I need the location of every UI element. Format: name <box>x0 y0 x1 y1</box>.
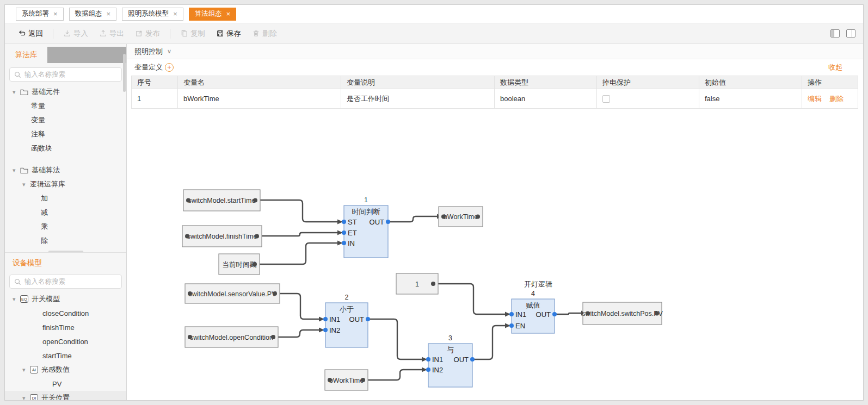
wire[interactable] <box>255 243 338 264</box>
io-port-dot[interactable] <box>255 234 259 239</box>
wire[interactable] <box>472 326 506 359</box>
io-port-dot[interactable] <box>328 378 332 382</box>
output-port-dot[interactable] <box>386 220 390 224</box>
tree-item[interactable]: closeCondition <box>5 306 126 320</box>
io-port-dot[interactable] <box>441 215 446 219</box>
function-block[interactable]: 3与IN1IN2OUT <box>426 334 475 387</box>
input-port-dot[interactable] <box>342 241 346 245</box>
tree-item[interactable]: 函数块 <box>5 141 126 155</box>
io-box[interactable]: bWorkTime <box>439 207 483 227</box>
tree-item[interactable]: 除 <box>5 234 126 248</box>
tab-照明系统模型[interactable]: 照明系统模型× <box>122 8 183 21</box>
io-port-dot[interactable] <box>655 311 659 316</box>
io-port-dot[interactable] <box>185 234 189 239</box>
tree-item[interactable]: 变量 <box>5 113 126 127</box>
caret-down-icon[interactable]: ▾ <box>22 181 30 188</box>
tree-item[interactable]: startTime <box>5 348 126 363</box>
toggle-right-panel-icon[interactable] <box>846 29 855 38</box>
persist-checkbox[interactable] <box>602 95 610 103</box>
device-search-input[interactable] <box>24 278 117 285</box>
tree-item[interactable]: ▾基础算法 <box>5 163 126 177</box>
wire[interactable] <box>255 200 338 222</box>
tree-item[interactable]: ▾基础元件 <box>5 85 126 99</box>
io-box[interactable]: bWorkTime <box>325 370 368 390</box>
io-port-dot[interactable] <box>271 335 275 339</box>
library-search-input[interactable] <box>24 71 117 78</box>
caret-down-icon[interactable]: ▾ <box>22 366 30 373</box>
input-port-dot[interactable] <box>426 357 430 362</box>
io-port-dot[interactable] <box>586 311 590 316</box>
close-icon[interactable]: × <box>53 10 58 17</box>
io-box[interactable]: switchModel.switchPos.PV <box>582 302 663 325</box>
output-port-dot[interactable] <box>470 357 475 362</box>
function-block[interactable]: 1时间判断STETINOUT <box>342 196 390 258</box>
function-block[interactable]: 4赋值IN1ENOUT <box>509 290 557 333</box>
io-box[interactable]: switchModel.openCondition <box>185 327 278 347</box>
add-variable-button[interactable]: + <box>165 63 174 72</box>
input-port-dot[interactable] <box>323 317 328 321</box>
tab-系统部署[interactable]: 系统部署× <box>16 8 64 21</box>
save-button[interactable]: 保存 <box>216 29 241 39</box>
model-selector[interactable]: 照明控制 <box>134 47 163 57</box>
wire[interactable] <box>257 233 338 236</box>
tree-item[interactable]: 减 <box>5 205 126 220</box>
edit-link[interactable]: 编辑 <box>808 95 822 103</box>
io-port-dot[interactable] <box>253 198 257 203</box>
tree-item[interactable]: finishTime <box>5 320 126 334</box>
io-port-dot[interactable] <box>476 215 480 219</box>
close-icon[interactable]: × <box>226 10 231 17</box>
tree-item[interactable]: ▾AI光感数值 <box>5 363 126 377</box>
wire[interactable] <box>433 284 506 314</box>
horizontal-scrollbar[interactable] <box>48 251 83 252</box>
input-port-dot[interactable] <box>323 328 328 332</box>
caret-down-icon[interactable]: ▾ <box>13 296 20 303</box>
output-port-dot[interactable] <box>366 317 370 321</box>
io-port-dot[interactable] <box>253 262 257 266</box>
wire[interactable] <box>555 313 582 314</box>
delete-button[interactable]: 删除 <box>252 29 277 39</box>
io-port-dot[interactable] <box>273 291 277 296</box>
back-button[interactable]: 返回 <box>18 29 43 39</box>
input-port-dot[interactable] <box>342 230 346 235</box>
tree-item[interactable]: PV <box>5 377 126 391</box>
tab-数据组态[interactable]: 数据组态× <box>69 8 117 21</box>
tree-item[interactable]: ▾逻辑运算库 <box>5 177 126 191</box>
input-port-dot[interactable] <box>342 220 346 224</box>
wire[interactable] <box>273 330 320 337</box>
collapse-link[interactable]: 收起 <box>828 63 842 72</box>
wire[interactable] <box>275 294 320 319</box>
function-block[interactable]: 2小于IN1IN2OUT <box>323 294 370 347</box>
caret-down-icon[interactable]: ▾ <box>13 89 20 96</box>
input-port-dot[interactable] <box>426 367 430 372</box>
wire[interactable] <box>388 216 438 222</box>
input-port-dot[interactable] <box>509 312 514 316</box>
vertical-scrollbar[interactable] <box>123 54 126 92</box>
io-box[interactable]: 1 <box>396 273 438 294</box>
wire[interactable] <box>363 370 423 380</box>
io-port-dot[interactable] <box>431 282 435 286</box>
tab-算法组态[interactable]: 算法组态× <box>189 8 237 21</box>
tree-item[interactable]: 注释 <box>5 127 126 141</box>
tree-item[interactable]: ▾DI开关位置 <box>5 391 126 400</box>
io-port-dot[interactable] <box>188 335 192 339</box>
caret-down-icon[interactable]: ▾ <box>22 395 30 401</box>
toggle-left-panel-icon[interactable] <box>830 29 840 38</box>
io-box[interactable]: switchModel.startTime <box>183 190 260 211</box>
output-port-dot[interactable] <box>552 312 557 316</box>
io-box[interactable]: switchModel.finishTime <box>182 226 262 247</box>
publish-button[interactable]: 发布 <box>135 29 160 39</box>
io-box[interactable]: switchModel.sensorValue.PV <box>185 284 280 303</box>
io-port-dot[interactable] <box>361 378 365 382</box>
close-icon[interactable]: × <box>173 10 177 17</box>
tree-item[interactable]: ▾EQ开关模型 <box>5 292 126 306</box>
wire[interactable] <box>368 319 423 359</box>
tab-algorithm-library[interactable]: 算法库 <box>5 47 47 63</box>
tree-item[interactable]: 常量 <box>5 99 126 113</box>
input-port-dot[interactable] <box>509 323 514 328</box>
delete-link[interactable]: 删除 <box>829 95 844 103</box>
import-button[interactable]: 导入 <box>63 29 88 39</box>
io-port-dot[interactable] <box>188 291 192 296</box>
close-icon[interactable]: × <box>107 10 111 17</box>
tree-item[interactable]: 乘 <box>5 220 126 234</box>
export-button[interactable]: 导出 <box>99 29 124 39</box>
